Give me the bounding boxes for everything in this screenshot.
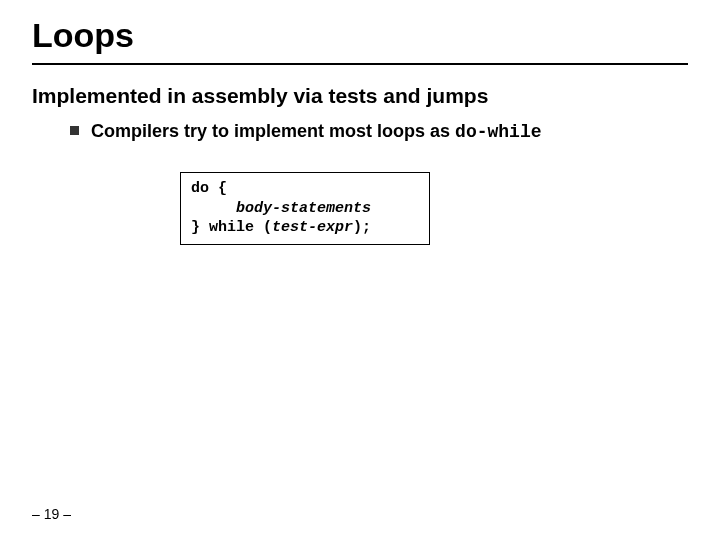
code-brace-open: { — [218, 180, 227, 197]
code-paren-close-semi: ); — [353, 219, 371, 236]
slide: Loops Implemented in assembly via tests … — [0, 0, 720, 540]
bullet-item: Compilers try to implement most loops as… — [70, 120, 542, 144]
code-brace-close: } — [191, 219, 209, 236]
code-body-statements: body-statements — [236, 200, 371, 217]
bullet-inline-code: do-while — [455, 122, 541, 142]
page-number: – 19 – — [32, 506, 71, 522]
code-kw-while: while — [209, 219, 263, 236]
code-test-expr: test-expr — [272, 219, 353, 236]
code-paren-open: ( — [263, 219, 272, 236]
bullet-lead: Compilers try to implement most loops as — [91, 121, 455, 141]
subheading: Implemented in assembly via tests and ju… — [32, 84, 488, 108]
title-underline — [32, 63, 688, 65]
code-kw-do: do — [191, 180, 218, 197]
code-block: do { body-statements } while (test-expr)… — [191, 179, 419, 238]
page-title: Loops — [32, 16, 134, 55]
code-box: do { body-statements } while (test-expr)… — [180, 172, 430, 245]
square-bullet-icon — [70, 126, 79, 135]
bullet-text: Compilers try to implement most loops as… — [91, 120, 542, 144]
